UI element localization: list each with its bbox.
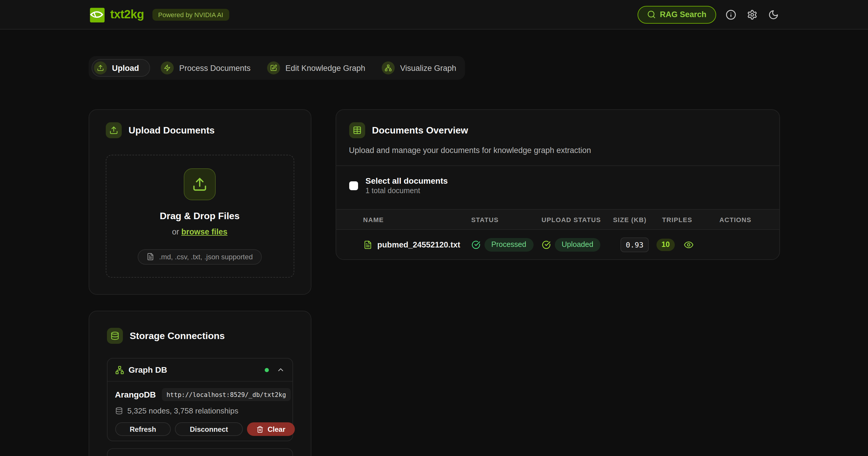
upload-icon <box>184 168 216 200</box>
graph-db-stats: 5,325 nodes, 3,758 relationships <box>127 406 239 415</box>
tab-visualize-graph[interactable]: Visualize Graph <box>379 59 462 77</box>
graph-db-label: Graph DB <box>128 365 167 374</box>
info-icon <box>725 9 736 20</box>
graph-db-panel: Graph DB ArangoDB http://localhost:8529/… <box>107 358 293 441</box>
column-upload-status: UPLOAD STATUS <box>541 216 613 223</box>
graph-db-url: http://localhost:8529/_db/txt2kg <box>162 388 291 401</box>
upload-status-badge: Uploaded <box>555 238 600 251</box>
eye-icon <box>683 239 693 250</box>
brand-name: txt2kg <box>110 8 144 21</box>
select-all-checkbox[interactable] <box>349 181 358 190</box>
search-icon <box>647 10 656 19</box>
header-actions: RAG Search <box>637 6 780 23</box>
settings-button[interactable] <box>745 8 758 21</box>
edit-icon <box>267 61 280 74</box>
zap-icon <box>161 61 174 74</box>
select-all-label: Select all documents <box>366 176 448 186</box>
browse-files-link[interactable]: browse files <box>181 227 227 236</box>
powered-by-badge: Powered by NVIDIA AI <box>152 8 229 21</box>
supported-formats-pill: .md, .csv, .txt, .json supported <box>138 249 261 264</box>
table-header: NAME STATUS UPLOAD STATUS SIZE (KB) TRIP… <box>336 209 779 230</box>
check-circle-icon <box>541 240 550 249</box>
upload-documents-card: Upload Documents Drag & Drop Files or br… <box>88 109 311 295</box>
dropzone-subtitle: or browse files <box>172 227 227 236</box>
clear-button[interactable]: Clear <box>247 422 295 436</box>
trash-icon <box>256 426 264 433</box>
document-name: pubmed_24552120.txt <box>377 240 460 249</box>
tab-upload-label: Upload <box>112 64 139 72</box>
column-triples: TRIPLES <box>656 216 683 223</box>
nvidia-logo-icon <box>88 6 104 23</box>
total-documents-label: 1 total document <box>366 187 448 195</box>
graph-db-name: ArangoDB <box>115 390 156 399</box>
dropzone-title: Drag & Drop Files <box>160 210 240 221</box>
main-content: Upload Process Documents Edit Knowledge … <box>88 30 780 456</box>
clear-button-label: Clear <box>268 425 285 433</box>
chevron-up-icon[interactable] <box>276 366 284 374</box>
tab-edit-knowledge-graph-label: Edit Knowledge Graph <box>285 64 365 72</box>
file-dropzone[interactable]: Drag & Drop Files or browse files .md, .… <box>105 155 294 278</box>
file-icon <box>147 253 154 260</box>
upload-card-title: Upload Documents <box>128 125 215 136</box>
tab-process-documents[interactable]: Process Documents <box>159 59 257 77</box>
txt2kg-app: txt2kg Powered by NVIDIA AI RAG Search <box>0 0 868 456</box>
database-icon <box>115 407 123 415</box>
gear-icon <box>747 9 757 20</box>
tab-edit-knowledge-graph[interactable]: Edit Knowledge Graph <box>265 59 371 77</box>
status-badge: Processed <box>484 238 533 251</box>
documents-overview-card: Documents Overview Upload and manage you… <box>335 109 780 260</box>
storage-connections-card: Storage Connections Graph DB <box>88 311 311 456</box>
rag-search-button[interactable]: RAG Search <box>637 6 716 23</box>
storage-card-title: Storage Connections <box>130 330 225 341</box>
table-icon <box>349 122 365 138</box>
moon-icon <box>768 9 778 20</box>
info-button[interactable] <box>724 8 737 21</box>
tab-visualize-graph-label: Visualize Graph <box>400 64 456 72</box>
upload-icon <box>105 122 121 138</box>
documents-card-title: Documents Overview <box>372 125 468 136</box>
size-value: 0.93 <box>620 237 649 252</box>
column-actions: ACTIONS <box>683 216 766 223</box>
view-document-button[interactable] <box>683 239 693 250</box>
upload-icon <box>94 61 107 74</box>
refresh-button[interactable]: Refresh <box>115 422 171 436</box>
graph-icon <box>382 61 395 74</box>
disconnect-button[interactable]: Disconnect <box>175 422 243 436</box>
triples-badge: 10 <box>656 238 675 251</box>
or-text: or <box>172 227 179 236</box>
top-header: txt2kg Powered by NVIDIA AI RAG Search <box>0 0 868 30</box>
file-text-icon <box>363 240 372 249</box>
vector-db-header[interactable]: Vector DB <box>107 449 292 456</box>
column-size: SIZE (KB) <box>613 216 656 223</box>
table-row: pubmed_24552120.txt Processed Uploaded 0… <box>336 230 779 259</box>
tab-bar: Upload Process Documents Edit Knowledge … <box>88 56 465 80</box>
supported-formats-label: .md, .csv, .txt, .json supported <box>159 253 253 261</box>
vector-db-panel: Vector DB <box>107 448 293 456</box>
tab-upload[interactable]: Upload <box>91 59 150 77</box>
database-icon <box>107 328 123 344</box>
graph-db-header[interactable]: Graph DB <box>107 359 292 382</box>
select-all-row: Select all documents 1 total document <box>336 166 779 209</box>
theme-toggle-button[interactable] <box>767 8 780 21</box>
brand: txt2kg Powered by NVIDIA AI <box>88 6 229 23</box>
connected-status-dot <box>265 368 269 372</box>
check-circle-icon <box>471 240 480 249</box>
network-icon <box>115 365 124 374</box>
graph-db-body: ArangoDB http://localhost:8529/_db/txt2k… <box>107 382 292 441</box>
column-status: STATUS <box>471 216 541 223</box>
documents-card-subtitle: Upload and manage your documents for kno… <box>349 146 766 155</box>
tab-process-documents-label: Process Documents <box>179 64 251 72</box>
rag-search-label: RAG Search <box>660 10 706 19</box>
column-name: NAME <box>363 216 471 223</box>
